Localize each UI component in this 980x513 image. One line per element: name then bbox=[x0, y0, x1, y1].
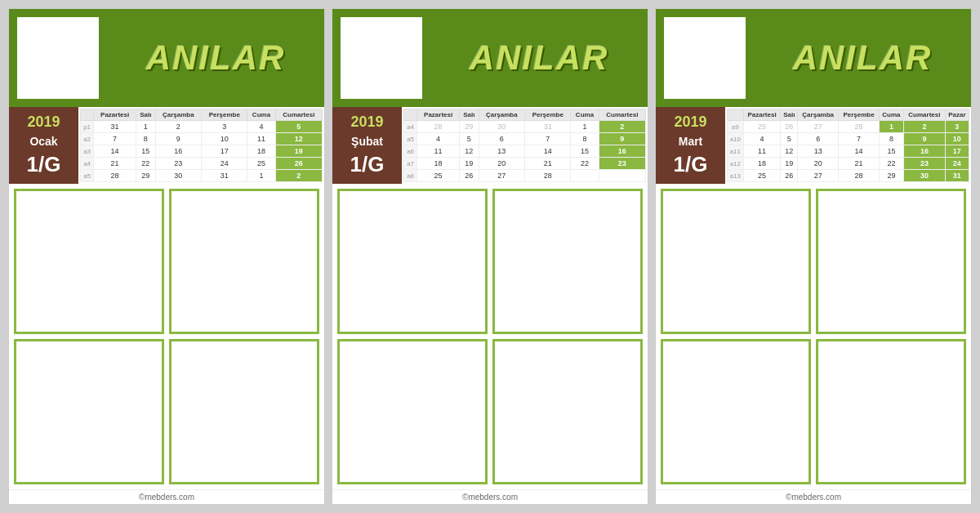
memory-box-february-2 bbox=[337, 339, 488, 484]
cal-day: 1 bbox=[879, 121, 903, 133]
cal-day: 30 bbox=[904, 170, 946, 182]
week-num: a6 bbox=[404, 145, 417, 158]
calendar-page-february: ANILAR2019Şubat1/GPazartesiSalıÇarşambaP… bbox=[332, 8, 648, 505]
cal-day: 2 bbox=[275, 170, 322, 182]
week-num: a5 bbox=[81, 170, 94, 182]
cal-day: 13 bbox=[798, 145, 839, 158]
header-february: ANILAR bbox=[332, 9, 648, 107]
cal-day: 2 bbox=[599, 121, 645, 133]
cal-day: 8 bbox=[571, 133, 599, 145]
cal-day: 26 bbox=[781, 121, 798, 133]
cal-day: 12 bbox=[460, 145, 479, 158]
cal-day: 17 bbox=[202, 145, 247, 158]
cal-day: 13 bbox=[479, 145, 525, 158]
cal-day: 24 bbox=[945, 158, 969, 170]
cal-day: 28 bbox=[94, 170, 136, 182]
cal-day: 6 bbox=[479, 133, 525, 145]
cal-day: 18 bbox=[743, 158, 781, 170]
cal-day: 10 bbox=[202, 133, 247, 145]
cal-day: 10 bbox=[945, 133, 969, 145]
cal-day: 11 bbox=[743, 145, 781, 158]
cal-day: 9 bbox=[599, 133, 645, 145]
cal-day: 19 bbox=[781, 158, 798, 170]
cal-day: 16 bbox=[155, 145, 202, 158]
cal-day: 23 bbox=[904, 158, 946, 170]
cal-day: 12 bbox=[781, 145, 798, 158]
month-info-february: 2019Şubat1/G bbox=[332, 107, 402, 184]
cal-day: 22 bbox=[571, 158, 599, 170]
cal-day: 7 bbox=[525, 133, 571, 145]
cal-day: 15 bbox=[571, 145, 599, 158]
week-num: a3 bbox=[81, 145, 94, 158]
cal-day: 7 bbox=[839, 133, 880, 145]
cal-day: 25 bbox=[247, 158, 275, 170]
week-num: a5 bbox=[404, 133, 417, 145]
cal-day: 26 bbox=[460, 170, 479, 182]
cal-day: 18 bbox=[247, 145, 275, 158]
year-january: 2019 bbox=[27, 114, 60, 131]
cal-day: 7 bbox=[94, 133, 136, 145]
cal-day: 2 bbox=[904, 121, 946, 133]
memory-box-january-2 bbox=[14, 339, 164, 484]
cal-day: 30 bbox=[155, 170, 202, 182]
memory-box-january-3 bbox=[169, 339, 319, 484]
cal-day: 9 bbox=[155, 133, 202, 145]
cal-day: 4 bbox=[743, 133, 781, 145]
cal-day: 22 bbox=[136, 158, 155, 170]
calendar-page-january: ANILAR2019Ocak1/GPazartesiSalıÇarşambaPe… bbox=[8, 8, 325, 505]
cal-day: 27 bbox=[798, 170, 839, 182]
cal-day: 31 bbox=[945, 170, 969, 182]
memory-box-january-1 bbox=[169, 189, 319, 334]
col-header-Perşembe: Perşembe bbox=[839, 109, 880, 121]
calendar-page-march: ANILAR2019Mart1/GPazartesiSalıÇarşambaPe… bbox=[655, 8, 972, 505]
main-container: ANILAR2019Ocak1/GPazartesiSalıÇarşambaPe… bbox=[0, 0, 980, 513]
cal-day: 6 bbox=[798, 133, 839, 145]
memory-box-march-2 bbox=[661, 339, 811, 484]
col-header-Çarşamba: Çarşamba bbox=[479, 109, 525, 121]
cal-day: 21 bbox=[94, 158, 136, 170]
cal-day: 14 bbox=[839, 145, 880, 158]
cal-day: 17 bbox=[945, 145, 969, 158]
year-february: 2019 bbox=[350, 114, 383, 131]
year-march: 2019 bbox=[674, 114, 706, 131]
memory-box-february-3 bbox=[492, 339, 643, 484]
col-header-Cumartesi: Cumartesi bbox=[904, 109, 946, 121]
memory-section-march bbox=[656, 184, 971, 489]
cal-day: 5 bbox=[460, 133, 479, 145]
cal-day: 21 bbox=[525, 158, 571, 170]
week-num: a4 bbox=[404, 121, 417, 133]
cal-day: 19 bbox=[460, 158, 479, 170]
title-january: ANILAR bbox=[146, 38, 286, 78]
cal-day: 27 bbox=[798, 121, 839, 133]
col-header-Salı: Salı bbox=[460, 109, 479, 121]
cal-day: 15 bbox=[879, 145, 903, 158]
memory-box-march-1 bbox=[816, 189, 966, 334]
cal-day: 25 bbox=[417, 170, 460, 182]
class-march: 1/G bbox=[674, 152, 708, 177]
cal-day: 12 bbox=[275, 133, 322, 145]
col-header-Pazar: Pazar bbox=[945, 109, 969, 121]
month-info-march: 2019Mart1/G bbox=[656, 107, 725, 184]
cal-day: 3 bbox=[945, 121, 969, 133]
cal-day: 1 bbox=[571, 121, 599, 133]
cal-day: 28 bbox=[839, 170, 880, 182]
cal-day: 9 bbox=[904, 133, 946, 145]
cal-day: 15 bbox=[136, 145, 155, 158]
cal-day: 20 bbox=[479, 158, 525, 170]
cal-day: 23 bbox=[599, 158, 645, 170]
week-num: a11 bbox=[728, 145, 744, 158]
col-header-Cuma: Cuma bbox=[247, 109, 275, 121]
photo-box-march bbox=[664, 17, 746, 99]
cal-day: 25 bbox=[743, 121, 781, 133]
cal-day: 30 bbox=[479, 121, 525, 133]
cal-day: 8 bbox=[136, 133, 155, 145]
col-header-Salı: Salı bbox=[781, 109, 798, 121]
week-num: a2 bbox=[81, 133, 94, 145]
col-header-Pazartesi: Pazartesi bbox=[743, 109, 781, 121]
cal-day: 29 bbox=[460, 121, 479, 133]
memory-section-january bbox=[9, 184, 324, 489]
memory-box-march-0 bbox=[661, 189, 811, 334]
week-num: a10 bbox=[728, 133, 744, 145]
cal-day: 14 bbox=[525, 145, 571, 158]
cal-day: 25 bbox=[743, 170, 781, 182]
